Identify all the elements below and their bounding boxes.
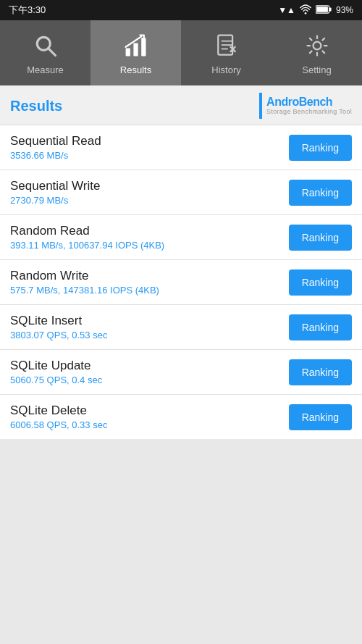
- result-name: Sequential Write: [10, 179, 100, 193]
- result-name: SQLite Delete: [10, 403, 107, 418]
- svg-rect-3: [316, 7, 328, 12]
- result-row: Sequential Write 2730.79 MB/s Ranking: [0, 170, 362, 215]
- battery-percent: 93%: [336, 5, 353, 15]
- tab-results[interactable]: Results: [90, 20, 181, 85]
- result-value: 5060.75 QPS, 0.4 sec: [10, 375, 102, 385]
- tab-results-label: Results: [120, 64, 151, 75]
- battery-icon: [316, 5, 332, 16]
- tab-setting[interactable]: Setting: [272, 20, 362, 85]
- result-info: SQLite Insert 3803.07 QPS, 0.53 sec: [10, 314, 107, 340]
- result-name: Sequential Read: [10, 134, 101, 149]
- svg-line-5: [48, 48, 55, 55]
- svg-rect-6: [125, 48, 130, 56]
- svg-rect-2: [329, 7, 332, 11]
- result-row: Random Write 575.7 MB/s, 147381.16 IOPS …: [0, 260, 362, 305]
- result-row: Random Read 393.11 MB/s, 100637.94 IOPS …: [0, 215, 362, 260]
- document-icon: [212, 31, 241, 60]
- bottom-area: [0, 439, 362, 526]
- result-value: 393.11 MB/s, 100637.94 IOPS (4KB): [10, 240, 164, 251]
- ranking-button[interactable]: Ranking: [289, 359, 352, 385]
- result-info: Random Write 575.7 MB/s, 147381.16 IOPS …: [10, 269, 159, 296]
- ranking-button[interactable]: Ranking: [289, 404, 352, 430]
- status-bar: 下午3:30 ▼▲ 93%: [0, 0, 362, 20]
- search-icon: [31, 31, 60, 60]
- results-title: Results: [10, 98, 62, 114]
- result-info: Sequential Read 3536.66 MB/s: [10, 134, 101, 161]
- content-area: Results AndroBench Storage Benchmarking …: [0, 85, 362, 439]
- result-list: Sequential Read 3536.66 MB/s Ranking Seq…: [0, 125, 362, 439]
- result-value: 3803.07 QPS, 0.53 sec: [10, 330, 107, 340]
- logo-text-group: AndroBench Storage Benchmarking Tool: [266, 96, 352, 115]
- result-row: SQLite Insert 3803.07 QPS, 0.53 sec Rank…: [0, 305, 362, 350]
- result-info: Random Read 393.11 MB/s, 100637.94 IOPS …: [10, 224, 164, 251]
- ranking-button[interactable]: Ranking: [289, 269, 352, 296]
- wifi-icon: [300, 4, 311, 17]
- ranking-button[interactable]: Ranking: [289, 135, 352, 161]
- gear-icon: [303, 31, 332, 60]
- result-value: 2730.79 MB/s: [10, 195, 100, 206]
- result-value: 6006.58 QPS, 0.33 sec: [10, 419, 107, 430]
- result-info: SQLite Delete 6006.58 QPS, 0.33 sec: [10, 403, 107, 430]
- result-value: 575.7 MB/s, 147381.16 IOPS (4KB): [10, 285, 159, 296]
- result-info: SQLite Update 5060.75 QPS, 0.4 sec: [10, 359, 102, 385]
- result-name: Random Read: [10, 224, 164, 238]
- tab-history-label: History: [211, 64, 240, 75]
- result-name: Random Write: [10, 269, 159, 283]
- result-name: SQLite Insert: [10, 314, 107, 328]
- logo-bench: Bench: [299, 96, 332, 108]
- status-icons: ▼▲ 93%: [278, 4, 353, 17]
- ranking-button[interactable]: Ranking: [289, 314, 352, 340]
- result-name: SQLite Update: [10, 359, 102, 373]
- logo-main: AndroBench: [266, 96, 352, 109]
- nav-tabs: Measure Results History: [0, 20, 362, 85]
- svg-point-13: [313, 41, 321, 49]
- svg-point-0: [305, 12, 307, 14]
- chart-icon: [122, 31, 151, 60]
- logo-bar: [259, 93, 262, 119]
- logo-sub: Storage Benchmarking Tool: [266, 109, 352, 116]
- androbench-logo: AndroBench Storage Benchmarking Tool: [259, 93, 352, 119]
- result-value: 3536.66 MB/s: [10, 150, 101, 161]
- tab-measure-label: Measure: [27, 64, 64, 75]
- logo-andro: Andro: [266, 96, 299, 108]
- result-row: SQLite Update 5060.75 QPS, 0.4 sec Ranki…: [0, 350, 362, 395]
- tab-history[interactable]: History: [181, 20, 272, 85]
- tab-setting-label: Setting: [302, 64, 331, 75]
- svg-rect-7: [133, 43, 138, 56]
- tab-measure[interactable]: Measure: [0, 20, 90, 85]
- results-header: Results AndroBench Storage Benchmarking …: [0, 85, 362, 125]
- result-row: Sequential Read 3536.66 MB/s Ranking: [0, 125, 362, 170]
- result-row: SQLite Delete 6006.58 QPS, 0.33 sec Rank…: [0, 395, 362, 439]
- result-info: Sequential Write 2730.79 MB/s: [10, 179, 100, 206]
- status-time: 下午3:30: [9, 4, 46, 17]
- signal-icon: ▼▲: [278, 5, 295, 15]
- svg-rect-8: [141, 38, 146, 56]
- ranking-button[interactable]: Ranking: [289, 180, 352, 206]
- ranking-button[interactable]: Ranking: [289, 225, 352, 251]
